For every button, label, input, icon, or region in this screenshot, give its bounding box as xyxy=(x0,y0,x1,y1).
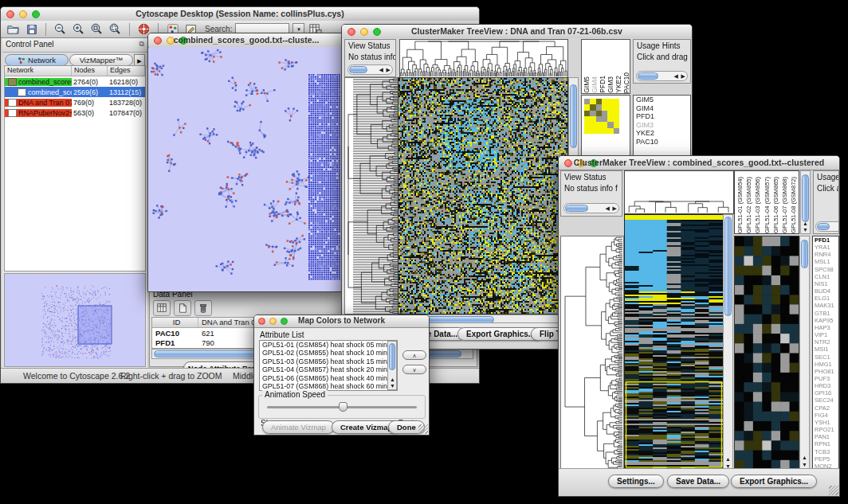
col-network[interactable]: Network xyxy=(5,66,72,76)
minimize-button[interactable] xyxy=(167,37,175,45)
column-label[interactable]: PAC10 xyxy=(623,72,630,93)
gene-label[interactable]: HAP3 xyxy=(813,324,838,331)
zoom-button[interactable] xyxy=(590,159,598,167)
zoom-heatmap-canvas[interactable] xyxy=(734,236,799,471)
gene-label[interactable]: RPN1 xyxy=(813,440,838,447)
gene-label[interactable]: PEP5 xyxy=(813,455,838,463)
slider-thumb[interactable] xyxy=(339,402,347,412)
save-data-button[interactable]: Save Data... xyxy=(667,475,729,488)
gene-label[interactable]: SEC1 xyxy=(813,354,838,361)
zoom-button[interactable] xyxy=(281,318,288,325)
close-button[interactable] xyxy=(258,318,265,325)
gene-label[interactable]: KAP95 xyxy=(813,317,838,324)
zoom-button[interactable] xyxy=(373,28,381,36)
gene-label[interactable]: YRA1 xyxy=(813,244,838,251)
attribute-item[interactable]: GPL51-06 (GSM865) heat shock 40 min xyxy=(260,374,397,382)
column-labels-scrollbar[interactable]: ▲▼ xyxy=(800,170,811,234)
network-row[interactable]: combined_scores_ 2764(0) 16218(0) xyxy=(5,76,145,87)
select-attributes-button[interactable] xyxy=(153,300,171,316)
resize-grip[interactable] xyxy=(418,424,428,434)
close-button[interactable] xyxy=(6,10,14,18)
scroll-thumb[interactable] xyxy=(801,240,808,268)
dialog-titlebar[interactable]: Map Colors to Network xyxy=(254,315,429,328)
gene-label[interactable]: HMG1 xyxy=(813,361,838,368)
zoom-button[interactable] xyxy=(32,10,40,18)
network-row[interactable]: combined_sco 2569(6) 13112(15) xyxy=(5,87,145,97)
save-session-button[interactable] xyxy=(24,21,39,37)
attribute-item[interactable]: GPL51-04 (GSM857) heat shock 20 min xyxy=(260,365,397,373)
scroll-thumb[interactable] xyxy=(638,72,658,80)
zoom-selected-button[interactable] xyxy=(89,21,104,37)
gene-label[interactable]: GIM5 xyxy=(634,96,690,104)
gene-label[interactable]: ELG1 xyxy=(813,295,838,302)
gene-label[interactable]: PFD1 xyxy=(634,112,690,121)
column-label[interactable]: GPL51-08 (GSM872) xyxy=(789,177,798,233)
gene-label[interactable]: MSL1 xyxy=(813,258,838,265)
row-dendrogram[interactable] xyxy=(344,77,398,315)
gene-label[interactable]: PAC10 xyxy=(634,138,690,147)
scroll-thumb[interactable] xyxy=(724,217,732,316)
column-label[interactable]: GIM4 xyxy=(591,76,599,93)
gene-label[interactable]: HRD3 xyxy=(813,382,838,389)
zoom-out-button[interactable] xyxy=(53,21,68,37)
treeview2-titlebar[interactable]: ClusterMaker TreeView : combined_scores_… xyxy=(559,156,839,170)
column-label[interactable]: GPL51-01 (GSM854) xyxy=(736,177,744,233)
attribute-item[interactable]: GPL51-07 (GSM868) heat shock 60 min xyxy=(260,382,397,390)
close-button[interactable] xyxy=(564,159,572,167)
usage-hints-scrollbar[interactable]: ◀▶ xyxy=(636,71,688,81)
column-label[interactable]: GPL51-07 (GSM868) xyxy=(780,177,789,233)
gene-label[interactable]: RPO21 xyxy=(813,426,838,433)
gene-label[interactable]: PHO81 xyxy=(813,368,838,375)
heatmap-vscrollbar[interactable]: ▲▼ xyxy=(723,214,733,471)
animate-vizmap-button[interactable]: Animate Vizmap xyxy=(262,420,335,434)
more-tabs-button[interactable]: ▶ xyxy=(134,54,145,66)
move-down-button[interactable]: ∨ xyxy=(402,365,426,374)
gene-label[interactable]: CLN1 xyxy=(813,273,838,280)
view-status-scrollbar[interactable]: ◀▶ xyxy=(347,64,393,75)
gene-label[interactable]: VIP1 xyxy=(813,331,838,338)
col-edges[interactable]: Edges xyxy=(108,66,145,76)
column-label[interactable]: PFD1 xyxy=(599,76,607,93)
scroll-thumb[interactable] xyxy=(570,84,577,148)
export-graphics-button[interactable]: Export Graphics... xyxy=(731,475,817,488)
gene-label[interactable]: NTR2 xyxy=(813,338,838,346)
new-attribute-button[interactable] xyxy=(174,300,191,316)
attribute-list[interactable]: GPL51-01 (GSM854) heat shock 05 minGPL51… xyxy=(259,340,398,391)
network-row[interactable]: RNAPuberNov2+ 563(0) 107847(0) xyxy=(5,107,145,118)
close-button[interactable] xyxy=(154,37,162,45)
gene-label[interactable]: BUD4 xyxy=(813,287,838,295)
attribute-item[interactable]: GPL51-01 (GSM854) heat shock 05 min xyxy=(260,341,397,349)
gene-label[interactable]: CPA2 xyxy=(813,404,838,412)
attribute-item[interactable]: GPL51-02 (GSM855) heat shock 10 min xyxy=(260,349,397,357)
gene-label[interactable]: GIM3 xyxy=(634,121,690,130)
scroll-thumb[interactable] xyxy=(349,66,367,73)
scroll-thumb[interactable] xyxy=(565,205,588,212)
gene-label[interactable]: MSI1 xyxy=(813,346,838,353)
column-label[interactable]: GPL51-02 (GSM855) xyxy=(744,177,753,233)
col-id[interactable]: ID xyxy=(152,318,198,327)
column-dendrogram[interactable] xyxy=(624,170,734,214)
correlation-matrix[interactable] xyxy=(584,99,619,134)
gene-label[interactable]: PAN1 xyxy=(813,433,838,440)
gene-label[interactable]: YKE2 xyxy=(634,129,690,138)
heatmap-canvas[interactable] xyxy=(624,214,724,471)
treeview1-titlebar[interactable]: ClusterMaker TreeView : DNA and Tran 07-… xyxy=(342,25,692,39)
gene-label[interactable]: SEC24 xyxy=(813,397,838,404)
column-dendrogram[interactable] xyxy=(399,39,568,78)
network-view-canvas[interactable] xyxy=(149,47,344,291)
settings-button[interactable]: Settings... xyxy=(608,475,664,488)
gene-label[interactable]: MAK31 xyxy=(813,302,838,309)
resize-grip[interactable] xyxy=(829,486,838,495)
gene-label[interactable]: GIM4 xyxy=(634,104,690,113)
move-up-button[interactable]: ∧ xyxy=(402,350,426,360)
column-label[interactable]: YKE2 xyxy=(615,76,622,93)
row-dendrogram[interactable] xyxy=(560,236,624,471)
delete-attribute-button[interactable] xyxy=(194,300,212,316)
zoom-in-button[interactable] xyxy=(71,21,86,37)
network-view-titlebar[interactable]: combined_scores_good.txt--cluste... xyxy=(148,33,344,48)
gene-label[interactable]: PUF3 xyxy=(813,375,838,382)
zoom-button[interactable] xyxy=(179,37,187,45)
column-label[interactable]: GPL51-04 (GSM857) xyxy=(763,177,771,233)
zoom-fit-button[interactable] xyxy=(108,21,123,37)
gene-label[interactable]: GPI16 xyxy=(813,389,838,397)
